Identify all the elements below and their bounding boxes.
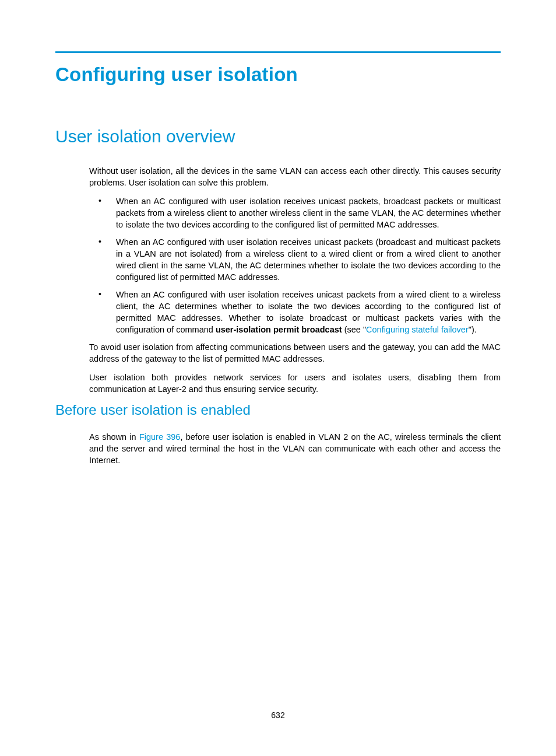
- body-paragraph: As shown in Figure 396, before user isol…: [89, 431, 501, 466]
- cross-reference-link[interactable]: Configuring stateful failover: [366, 325, 469, 334]
- page-title: Configuring user isolation: [55, 64, 501, 86]
- paragraph-text: As shown in: [89, 432, 139, 442]
- body-paragraph: To avoid user isolation from affecting c…: [89, 341, 501, 365]
- subsection-heading-before: Before user isolation is enabled: [55, 402, 501, 418]
- bullet-text: ").: [469, 325, 477, 334]
- command-text: user-isolation permit broadcast: [216, 325, 342, 334]
- page-number: 632: [0, 710, 556, 720]
- body-paragraph: User isolation both provides network ser…: [89, 372, 501, 395]
- intro-paragraph: Without user isolation, all the devices …: [89, 165, 501, 188]
- document-page: Configuring user isolation User isolatio…: [0, 0, 556, 756]
- list-item: When an AC configured with user isolatio…: [89, 289, 501, 335]
- bullet-list: When an AC configured with user isolatio…: [89, 195, 501, 335]
- body-content: User isolation overview Without user iso…: [89, 127, 501, 466]
- list-item: When an AC configured with user isolatio…: [89, 195, 501, 230]
- figure-reference-link[interactable]: Figure 396: [139, 432, 181, 442]
- list-item: When an AC configured with user isolatio…: [89, 236, 501, 283]
- section-heading-overview: User isolation overview: [55, 127, 501, 146]
- top-rule: [55, 51, 501, 53]
- bullet-text: (see ": [342, 325, 366, 334]
